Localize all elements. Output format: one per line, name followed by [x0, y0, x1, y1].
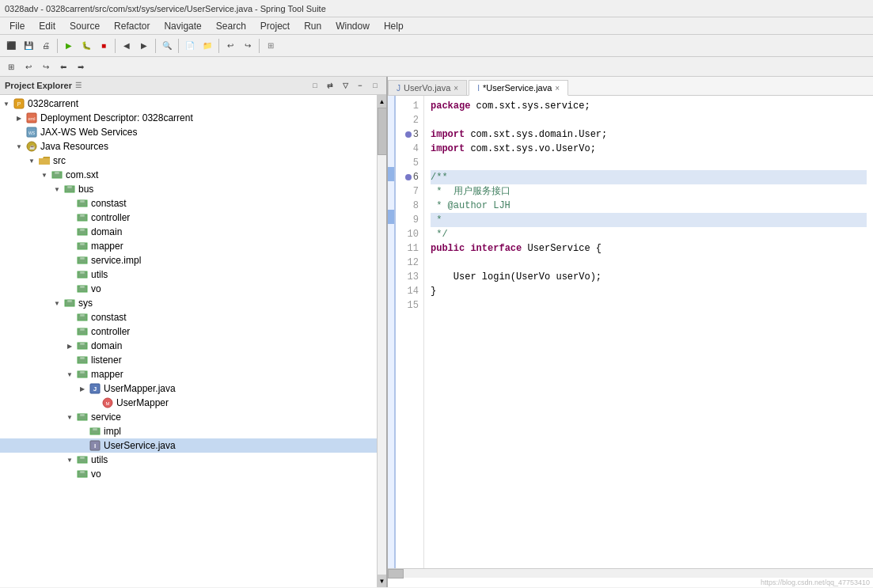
toolbar2-btn5[interactable]: ➡ — [73, 59, 89, 74]
toolbar-search-btn[interactable]: 🔍 — [159, 38, 175, 54]
tree-item-sysvo[interactable]: vo — [0, 467, 377, 481]
tree-item-usermapper[interactable]: ▶JUserMapper.java — [0, 381, 377, 396]
tree-arrow-sysdomain[interactable]: ▶ — [63, 340, 76, 352]
tree-item-comsxt[interactable]: ▼com.sxt — [0, 168, 377, 182]
tab-uservo-close[interactable]: × — [454, 84, 458, 93]
toolbar-prev-edit-btn[interactable]: ↩ — [222, 38, 238, 54]
scroll-down-btn[interactable]: ▼ — [378, 575, 387, 587]
tree-item-sysconstast[interactable]: constast — [0, 310, 377, 324]
menu-navigate[interactable]: Navigate — [158, 19, 207, 33]
tree-item-sysmapper[interactable]: ▼mapper — [0, 367, 377, 381]
tree-arrow-sysservice[interactable]: ▼ — [63, 411, 76, 423]
toolbar2-btn1[interactable]: ⊞ — [3, 59, 19, 74]
tree-arrow-domain[interactable] — [63, 226, 76, 238]
toolbar2-btn3[interactable]: ↪ — [38, 59, 54, 74]
toolbar2-btn4[interactable]: ⬅ — [55, 59, 71, 74]
panel-sync-btn[interactable]: ⇄ — [324, 79, 336, 92]
toolbar-new-btn[interactable]: ⬛ — [3, 38, 19, 54]
tree-item-serviceimpl[interactable]: service.impl — [0, 253, 377, 267]
tree-item-src[interactable]: ▼src — [0, 154, 377, 168]
menu-source[interactable]: Source — [63, 19, 106, 33]
tab-uservo[interactable]: J UserVo.java × — [388, 80, 467, 95]
tree-item-mapper[interactable]: mapper — [0, 239, 377, 253]
tree-item-userservice[interactable]: IUserService.java — [0, 438, 377, 453]
panel-collapse-btn[interactable]: □ — [309, 79, 321, 92]
tree-arrow-src[interactable]: ▼ — [25, 154, 38, 167]
menu-edit[interactable]: Edit — [32, 19, 62, 33]
code-editor[interactable]: package com.sxt.sys.service; import com.… — [424, 96, 873, 568]
tab-userservice[interactable]: I *UserService.java × — [469, 80, 568, 96]
toolbar-maximize-btn[interactable]: ⊞ — [263, 38, 279, 54]
tree-item-constast[interactable]: constast — [0, 196, 377, 211]
tree-arrow-jaxws[interactable] — [13, 126, 25, 138]
tree-arrow-sysconstast[interactable] — [63, 311, 76, 324]
tree-arrow-bus[interactable]: ▼ — [51, 183, 63, 195]
tree-item-jaxws[interactable]: WSJAX-WS Web Services — [0, 125, 377, 139]
scroll-thumb[interactable] — [378, 108, 387, 155]
tree-arrow-usermapperxml[interactable] — [89, 396, 101, 409]
panel-menu-btn[interactable]: ▽ — [339, 79, 351, 92]
menu-refactor[interactable]: Refactor — [108, 19, 156, 33]
tree-arrow-comsxt[interactable]: ▼ — [38, 169, 51, 181]
tree-item-syscontroller[interactable]: controller — [0, 324, 377, 339]
tree-item-sysdomain[interactable]: ▶domain — [0, 339, 377, 353]
tree-arrow-controller[interactable] — [63, 211, 76, 224]
tree-item-root[interactable]: ▼P0328carrent — [0, 97, 377, 111]
toolbar-debug-btn[interactable]: 🐛 — [78, 38, 94, 54]
tree-item-vo[interactable]: vo — [0, 282, 377, 296]
tree-arrow-root[interactable]: ▼ — [0, 97, 13, 110]
tree-arrow-constast[interactable] — [63, 197, 76, 210]
menu-window[interactable]: Window — [329, 19, 376, 33]
tree-item-usermapperxml[interactable]: MUserMapper — [0, 396, 377, 410]
toolbar-open-res-btn[interactable]: 📁 — [199, 38, 215, 54]
toolbar-stop-btn[interactable]: ■ — [96, 38, 112, 54]
tree-arrow-mapper[interactable] — [63, 240, 76, 252]
tree-item-bus[interactable]: ▼bus — [0, 182, 377, 196]
tree-item-dd[interactable]: ▶xmlDeployment Descriptor: 0328carrent — [0, 111, 377, 125]
scroll-up-btn[interactable]: ▲ — [378, 95, 387, 108]
tree-arrow-syslistener[interactable] — [63, 354, 76, 366]
menu-project[interactable]: Project — [254, 19, 296, 33]
toolbar-open-type-btn[interactable]: 📄 — [182, 38, 198, 54]
tree-arrow-impl[interactable] — [76, 425, 89, 438]
project-tree[interactable]: ▼P0328carrent▶xmlDeployment Descriptor: … — [0, 95, 377, 587]
tree-item-syslistener[interactable]: listener — [0, 353, 377, 367]
tree-arrow-syscontroller[interactable] — [63, 325, 76, 338]
toolbar-back-btn[interactable]: ◀ — [119, 38, 135, 54]
editor-scrollbar[interactable] — [388, 568, 873, 578]
tree-item-sysutils[interactable]: ▼utils — [0, 453, 377, 467]
tree-arrow-serviceimpl[interactable] — [63, 254, 76, 267]
toolbar-fwd-btn[interactable]: ▶ — [136, 38, 152, 54]
tree-item-controller[interactable]: controller — [0, 211, 377, 225]
toolbar-next-edit-btn[interactable]: ↪ — [240, 38, 256, 54]
tree-arrow-sysmapper[interactable]: ▼ — [63, 368, 76, 381]
tree-item-utils[interactable]: utils — [0, 267, 377, 282]
tree-arrow-sys[interactable]: ▼ — [51, 297, 63, 309]
tree-scrollbar[interactable]: ▲ ▼ — [377, 95, 386, 587]
tree-item-sys[interactable]: ▼sys — [0, 296, 377, 310]
tree-item-impl[interactable]: impl — [0, 424, 377, 438]
tree-arrow-sysvo[interactable] — [63, 468, 76, 480]
tree-arrow-utils[interactable] — [63, 268, 76, 281]
tree-arrow-sysutils[interactable]: ▼ — [63, 453, 76, 466]
tree-arrow-vo[interactable] — [63, 283, 76, 295]
toolbar-run-btn[interactable]: ▶ — [61, 38, 77, 54]
menu-help[interactable]: Help — [378, 19, 410, 33]
toolbar-save-btn[interactable]: 💾 — [21, 38, 36, 54]
tree-arrow-javares[interactable]: ▼ — [13, 140, 25, 153]
toolbar2-btn2[interactable]: ↩ — [21, 59, 36, 74]
tree-item-domain[interactable]: domain — [0, 225, 377, 239]
tree-arrow-dd[interactable]: ▶ — [13, 112, 25, 124]
tab-userservice-close[interactable]: × — [555, 84, 560, 93]
tree-arrow-usermapper[interactable]: ▶ — [76, 382, 89, 395]
h-scroll-thumb[interactable] — [388, 569, 404, 579]
toolbar-print-btn[interactable]: 🖨 — [38, 38, 54, 54]
tree-item-javares[interactable]: ▼☕Java Resources — [0, 139, 377, 154]
tree-arrow-userservice[interactable] — [76, 439, 89, 452]
menu-run[interactable]: Run — [298, 19, 328, 33]
panel-max-btn[interactable]: □ — [369, 79, 381, 92]
menu-file[interactable]: File — [3, 19, 31, 33]
menu-search[interactable]: Search — [210, 19, 252, 33]
panel-min-btn[interactable]: − — [354, 79, 366, 92]
tree-item-sysservice[interactable]: ▼service — [0, 410, 377, 424]
